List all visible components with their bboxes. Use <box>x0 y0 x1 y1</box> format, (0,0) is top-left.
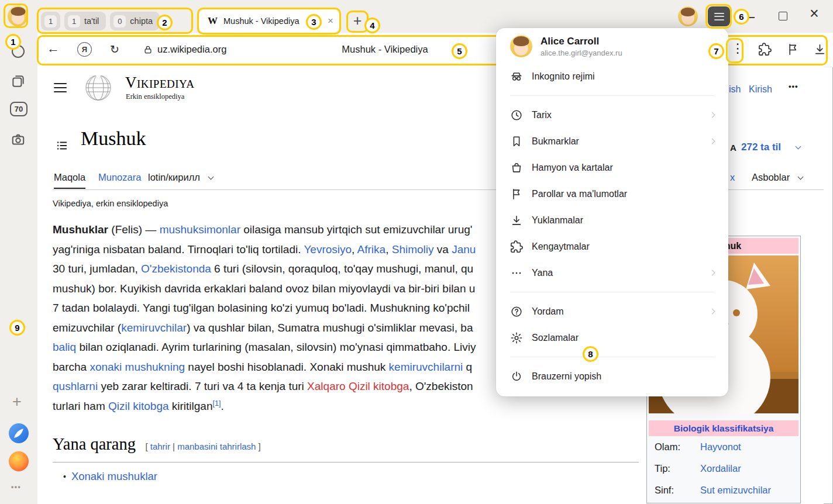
languages-button[interactable]: 272 ta til <box>741 141 781 153</box>
wikipedia-logo[interactable] <box>84 74 112 102</box>
panels-icon[interactable] <box>11 74 26 89</box>
chevron-down-icon <box>208 174 214 180</box>
language-icon-partial: A <box>730 143 736 153</box>
menu-item-more[interactable]: Yana <box>496 260 728 286</box>
article-link[interactable]: xonaki mushukning <box>90 361 185 373</box>
tab-article[interactable]: Maqola <box>54 172 85 189</box>
article-link[interactable]: baliq <box>53 341 76 353</box>
infobox-value-link[interactable]: Sut emizuvchilar <box>700 485 771 496</box>
downloads-icon <box>510 214 523 227</box>
tab-group-chip[interactable]: 1ta'til <box>64 12 106 30</box>
add-panel-icon[interactable]: + <box>12 393 22 411</box>
browser-menu-button[interactable] <box>708 6 730 26</box>
profile-header[interactable]: Alice Carroll alice.the.girl@yandex.ru <box>496 28 728 63</box>
paragraph-line: emizuvchilar (kemiruvchilar) va qushlar … <box>53 318 476 338</box>
article-link[interactable]: Shimoliy <box>392 243 434 256</box>
toolbar-profile-avatar[interactable] <box>678 6 698 26</box>
infobox-bio-header[interactable]: Biologik klassifikatsiya <box>649 420 798 436</box>
variant-selector[interactable]: lotin/кирилл <box>148 172 200 183</box>
passwords-icon <box>510 188 523 201</box>
tools-partial[interactable]: x <box>730 172 735 183</box>
menu-item-label: Yuklanmalar <box>532 215 583 226</box>
tools-menu[interactable]: Asboblar <box>752 172 790 183</box>
tab-group-count: 1 <box>44 15 57 27</box>
tab-talk[interactable]: Munozara <box>98 172 141 183</box>
close-window-button[interactable]: × <box>810 5 819 23</box>
article-link[interactable]: Yevrosiyo <box>304 243 352 256</box>
edit-link[interactable]: tahrir <box>150 441 170 451</box>
article-link[interactable]: Afrika <box>357 243 386 256</box>
infobox-label: Sinf: <box>649 485 700 496</box>
maximize-button[interactable] <box>779 12 787 20</box>
menu-item-history[interactable]: Tarix <box>496 102 728 128</box>
contents-icon[interactable] <box>56 139 68 151</box>
tab-counter-badge[interactable]: 70 <box>10 102 27 116</box>
yandex-browser-logo[interactable] <box>9 423 29 443</box>
article-link[interactable]: qushlarni <box>53 380 98 392</box>
yandex-app-logo[interactable] <box>9 451 29 471</box>
edit-source-link[interactable]: manbasini tahrirlash <box>177 441 256 451</box>
downloads-icon[interactable] <box>813 43 827 56</box>
wiki-menu-icon[interactable] <box>54 83 67 92</box>
list-item: • Xonaki mushuklar <box>63 470 157 483</box>
passwords-protect-icon[interactable] <box>786 43 800 56</box>
screenshot-icon[interactable] <box>11 132 26 147</box>
menu-item-label: Brauzerni yopish <box>532 371 601 382</box>
wikipedia-favicon: W <box>208 15 218 27</box>
article-link[interactable]: Janu <box>452 243 476 256</box>
power-icon <box>510 370 523 383</box>
menu-item-passwords[interactable]: Parollar va ma'lumotlar <box>496 181 728 207</box>
menu-item-label: Sozlamalar <box>532 333 579 343</box>
menu-item-incognito[interactable]: Inkognito rejimi <box>496 63 728 89</box>
sidebar-profile-avatar[interactable] <box>8 6 28 26</box>
menu-item-downloads[interactable]: Yuklanmalar <box>496 207 728 233</box>
infobox-row: Sinf:Sut emizuvchilar <box>649 479 798 501</box>
menu-item-bookmarks[interactable]: Bukmarklar <box>496 128 728 154</box>
help-icon <box>510 305 523 318</box>
edit-section-links: [ tahrir | manbasini tahrirlash ] <box>145 441 260 451</box>
extensions-icon[interactable] <box>758 43 772 56</box>
wiki-wordmark[interactable]: Vikipediya <box>125 75 194 91</box>
url-text[interactable]: uz.wikipedia.org <box>157 44 226 55</box>
assistant-icon[interactable] <box>12 45 25 58</box>
lock-icon[interactable] <box>143 44 153 55</box>
menu-item-power[interactable]: Brauzerni yopish <box>496 363 728 389</box>
signup-link-partial[interactable]: ish <box>729 84 741 95</box>
active-tab[interactable]: W Mushuk - Vikipediya × <box>199 9 339 33</box>
tab-group-count: 1 <box>68 15 80 27</box>
infobox-value-link[interactable]: Hayvonot <box>700 441 741 453</box>
see-also-item-link[interactable]: Xonaki mushuklar <box>71 470 157 483</box>
infobox-value-link[interactable]: Xordalilar <box>700 463 741 474</box>
page-actions-kebab-icon[interactable]: ⋮ <box>731 41 744 56</box>
tab-group-chip[interactable]: 0chipta <box>110 12 160 30</box>
yandex-search-icon[interactable]: Я <box>77 42 92 57</box>
new-tab-button[interactable]: + <box>349 12 366 29</box>
sidebar-more-icon[interactable]: ••• <box>11 483 21 491</box>
menu-item-settings[interactable]: Sozlamalar <box>496 325 728 351</box>
menu-item-help[interactable]: Yordam <box>496 298 728 325</box>
menu-divider <box>510 292 714 292</box>
wiki-tagline: Erkin ensiklopediya <box>126 92 184 101</box>
menu-item-wallet[interactable]: Hamyon va kartalar <box>496 154 728 181</box>
article-redlink[interactable]: Xalqaro Qizil kitobga <box>307 380 409 392</box>
infobox-rows: Olam:HayvonotTip:XordalilarSinf:Sut emiz… <box>649 436 798 501</box>
article-link[interactable]: kemiruvchilarni <box>389 361 463 373</box>
tab-group-label: chipta <box>130 16 153 26</box>
article-link[interactable]: Qizil kitobga <box>108 400 169 412</box>
login-link[interactable]: Kirish <box>749 84 772 95</box>
incognito-icon <box>510 70 523 83</box>
article-link[interactable]: O'zbekistonda <box>141 263 211 275</box>
minimize-button[interactable] <box>747 17 755 18</box>
wiki-more-icon[interactable]: ••• <box>789 82 798 91</box>
reference-link[interactable]: [1] <box>213 399 221 407</box>
menu-item-extensions[interactable]: Kengaytmalar <box>496 233 728 260</box>
article-link[interactable]: mushuksimonlar <box>160 223 240 236</box>
bookmarks-icon <box>510 135 523 148</box>
tab-close-icon[interactable]: × <box>328 15 333 27</box>
chevron-down-icon <box>796 144 801 150</box>
refresh-icon[interactable]: ↻ <box>110 43 119 56</box>
tab-group-chip[interactable]: 1 <box>41 12 60 30</box>
article-link[interactable]: kemiruvchilar <box>121 322 187 334</box>
menu-item-label: Parollar va ma'lumotlar <box>532 189 627 199</box>
back-icon[interactable]: ← <box>47 41 60 56</box>
